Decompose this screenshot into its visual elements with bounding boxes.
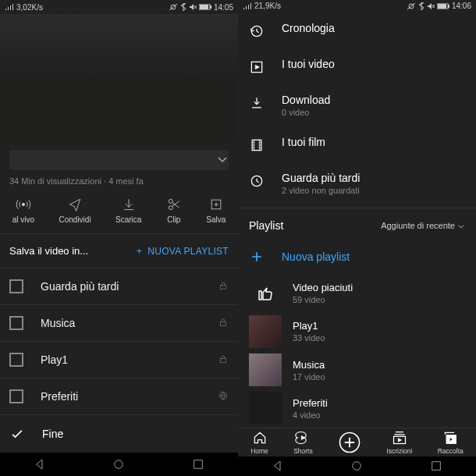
library-sublabel: 2 video non guardati [282,186,360,195]
home-key[interactable] [350,459,364,473]
playlist-title: Video piaciuti [293,282,353,293]
nav-label: Home [250,447,268,455]
playlist-count: 17 video [293,372,325,382]
chevron-down-icon [457,222,465,230]
nav-label: Raccolta [438,447,464,455]
plus-circle-icon [338,431,361,454]
nav-subscriptions[interactable]: Iscrizioni [386,430,412,455]
bluetooth-icon [418,2,424,10]
playlist-option-watch-later[interactable]: Guarda più tardi [0,268,238,304]
svg-rect-6 [200,5,208,9]
done-button[interactable]: Fine [0,414,238,453]
screen-library: 21,9K/s 14:06 Cronologia I tuoi video Do… [238,0,476,476]
nav-create[interactable] [338,431,361,454]
action-save[interactable]: Salva [206,197,226,224]
action-clip[interactable]: Clip [166,197,182,224]
action-live[interactable]: al vivo [12,197,34,224]
checkbox-icon[interactable] [9,279,23,293]
sort-label: Aggiunte di recente [381,221,455,230]
library-icon [442,430,458,446]
screen-save-playlist: 3,02K/s 14:05 34 Min di visualizzazioni … [0,0,238,476]
save-icon [208,197,224,212]
android-nav-bar [238,456,476,476]
nav-label: Shorts [293,447,313,455]
nav-library[interactable]: Raccolta [438,430,464,455]
checkbox-icon[interactable] [9,389,23,403]
plus-icon [249,249,265,265]
net-speed: 21,9K/s [254,2,281,10]
lock-icon [218,353,229,367]
video-player[interactable] [0,14,238,144]
library-your-videos[interactable]: I tuoi video [238,48,476,84]
playlist-musica[interactable]: Musica 17 video [238,350,476,389]
playlist-play1[interactable]: Play1 33 video [238,312,476,350]
action-share[interactable]: Condividi [59,197,91,224]
video-title-area[interactable] [0,144,238,173]
video-dim-overlay [0,14,238,144]
playlist-thumbnail [249,353,282,386]
signal-icon [243,2,252,10]
playlist-option-musica[interactable]: Musica [0,304,238,341]
clock: 14:05 [214,3,233,12]
recent-key[interactable] [429,459,443,473]
svg-point-15 [115,460,123,469]
svg-rect-11 [221,285,226,289]
nav-label: Iscrizioni [386,447,412,455]
library-movies[interactable]: I tuoi film [238,126,476,162]
action-download[interactable]: Scarica [115,197,141,224]
new-playlist-label: Nuova playlist [282,250,350,263]
android-nav-bar [0,453,238,476]
checkbox-icon[interactable] [9,316,23,330]
playlist-count: 33 video [293,333,325,343]
eye-off-icon [169,3,178,11]
playlist-title: Musica [293,359,325,371]
nav-home[interactable]: Home [250,430,268,455]
recent-key[interactable] [191,457,205,471]
history-icon [249,23,265,39]
globe-icon [218,390,229,403]
playlist-option-play1[interactable]: Play1 [0,341,238,378]
playlist-option-preferiti[interactable]: Preferiti [0,378,238,414]
chevron-down-icon[interactable] [216,153,229,169]
home-key[interactable] [112,457,126,471]
action-label: Scarica [115,215,141,224]
checkbox-icon[interactable] [9,353,23,367]
library-history[interactable]: Cronologia [238,12,476,48]
action-label: Condividi [59,215,91,224]
home-icon [252,430,268,446]
video-meta: 34 Min di visualizzazioni · 4 mesi fa [0,173,238,192]
lock-icon [218,280,229,293]
clock-icon [249,173,265,189]
download-icon [249,95,265,111]
share-icon [67,197,83,212]
new-playlist-button[interactable]: + NUOVA PLAYLIST [137,246,229,257]
playlist-preferiti[interactable]: Preferiti 4 video [238,389,476,428]
done-label: Fine [42,428,63,440]
play-box-icon [249,59,265,75]
status-bar: 21,9K/s 14:06 [238,0,476,12]
library-label: I tuoi video [282,58,335,70]
playlist-liked-videos[interactable]: Video piaciuti 59 video [238,274,476,312]
sheet-title: Salva il video in... [9,245,88,257]
svg-rect-12 [221,321,226,325]
back-key[interactable] [271,459,285,473]
shorts-icon [295,430,311,446]
library-downloads[interactable]: Download 0 video [238,84,476,126]
thumbs-up-icon [249,276,282,309]
nav-shorts[interactable]: Shorts [293,430,313,455]
playlist-label: Guarda più tardi [41,280,119,293]
new-playlist-button[interactable]: Nuova playlist [238,240,476,274]
status-bar: 3,02K/s 14:05 [0,0,238,14]
svg-rect-16 [194,460,203,469]
battery-icon [199,4,211,10]
svg-rect-13 [221,358,226,362]
clock: 14:06 [452,2,471,10]
bluetooth-icon [180,3,186,11]
sort-button[interactable]: Aggiunte di recente [381,221,465,230]
library-label: Cronologia [282,22,335,34]
library-sublabel: 0 video [282,108,330,117]
signal-icon [5,3,14,11]
playlist-section-header: Playlist Aggiunte di recente [238,208,476,240]
back-key[interactable] [33,457,47,471]
library-watch-later[interactable]: Guarda più tardi 2 video non guardati [238,162,476,204]
